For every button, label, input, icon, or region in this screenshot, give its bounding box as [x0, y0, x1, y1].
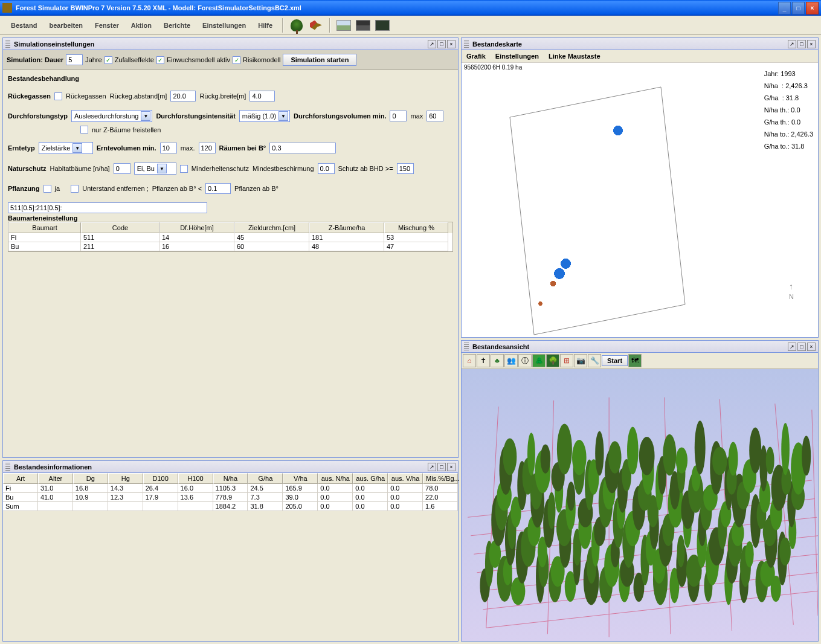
- panel-close-button[interactable]: ×: [447, 40, 456, 48]
- axe-tool-icon[interactable]: [307, 18, 324, 33]
- menu-hilfe[interactable]: Hilfe: [252, 19, 278, 31]
- random-checkbox[interactable]: ✓: [105, 56, 112, 64]
- only-z-checkbox[interactable]: [80, 126, 88, 134]
- tree-tool-icon[interactable]: [288, 18, 305, 33]
- panel-close-button[interactable]: ×: [807, 343, 816, 351]
- view-panel: Bestandesansicht ↗ □ × ⌂ ✝ ♣ 👥 ⓘ 🌲 🌳 ⊞ 📷…: [461, 340, 819, 642]
- plant-code-input[interactable]: [8, 202, 207, 213]
- menu-fenster[interactable]: Fenster: [89, 19, 125, 31]
- panel-maximize-button[interactable]: □: [437, 463, 446, 471]
- table-row[interactable]: Bu21116604847: [8, 242, 452, 251]
- panel-detach-button[interactable]: ↗: [428, 463, 436, 471]
- home-icon[interactable]: ⌂: [463, 354, 476, 367]
- panel-close-button[interactable]: ×: [447, 463, 456, 471]
- info-icon[interactable]: ⓘ: [518, 354, 532, 367]
- map-plot: [468, 81, 691, 337]
- thin-vol-max-label: max: [410, 112, 423, 120]
- tree-green-icon[interactable]: 🌲: [532, 354, 546, 367]
- ingrowth-checkbox[interactable]: ✓: [156, 56, 164, 64]
- view2-tool-icon[interactable]: [355, 18, 372, 33]
- start-simulation-button[interactable]: Simulation starten: [283, 54, 356, 66]
- svg-point-310: [557, 424, 572, 475]
- cross-icon[interactable]: ✝: [477, 354, 490, 367]
- maximize-button[interactable]: □: [792, 2, 805, 14]
- nature-label: Naturschutz: [8, 165, 47, 172]
- plant-from-input[interactable]: [205, 183, 231, 194]
- thin-type-label: Durchforstungstyp: [8, 112, 68, 120]
- wrench-icon[interactable]: 🔧: [588, 354, 601, 367]
- info-panel-title: Bestandesinformationen: [14, 463, 427, 471]
- panel-grip[interactable]: [464, 40, 469, 48]
- duration-label: Simulation: Dauer: [7, 56, 63, 63]
- panel-grip[interactable]: [464, 343, 469, 351]
- thin-type-select[interactable]: Auslesedurchforstung▼: [71, 110, 152, 122]
- menu-einstellungen[interactable]: Einstellungen: [196, 19, 252, 31]
- menu-berichte[interactable]: Berichte: [158, 19, 196, 31]
- minority-checkbox[interactable]: [180, 165, 188, 173]
- harvest-vol-min-input[interactable]: [160, 143, 177, 153]
- svg-point-180: [539, 302, 543, 306]
- view1-tool-icon[interactable]: [335, 18, 352, 33]
- grid-icon[interactable]: ⊞: [560, 354, 573, 367]
- species-table: BaumartCodeDf.Höhe[m]Zieldurchm.[cm]Z-Bä…: [8, 222, 453, 252]
- svg-point-275: [567, 482, 575, 511]
- svg-point-311: [572, 440, 587, 475]
- clear-input[interactable]: [269, 143, 336, 153]
- table-header: Df.Höhe[m]: [159, 222, 234, 233]
- habitat-input[interactable]: [114, 163, 130, 174]
- understory-checkbox[interactable]: [71, 185, 79, 193]
- panel-maximize-button[interactable]: □: [797, 343, 806, 351]
- table-row[interactable]: Fi511144518153: [8, 233, 452, 242]
- single-tree-icon[interactable]: ♣: [491, 354, 504, 367]
- map-menu-grafik[interactable]: Grafik: [466, 53, 486, 60]
- table-row[interactable]: Bu41.010.912.317.913.6778.97.339.00.00.0…: [3, 493, 458, 502]
- map-menu-einstellungen[interactable]: Einstellungen: [495, 53, 539, 60]
- plant-yes-checkbox[interactable]: [43, 185, 51, 193]
- view3-tool-icon[interactable]: [374, 18, 391, 33]
- panel-detach-button[interactable]: ↗: [428, 40, 436, 48]
- harvest-type-select[interactable]: Zielstärke▼: [39, 142, 93, 154]
- panel-detach-button[interactable]: ↗: [788, 40, 796, 48]
- panel-detach-button[interactable]: ↗: [788, 343, 796, 351]
- risk-checkbox[interactable]: ✓: [233, 56, 240, 64]
- species-heading: Baumarteneinstellung: [8, 214, 453, 222]
- map-icon[interactable]: 🗺: [628, 354, 642, 367]
- svg-point-176: [614, 126, 623, 135]
- minimize-button[interactable]: _: [778, 2, 791, 14]
- thin-int-select[interactable]: mäßig (1.0)▼: [239, 110, 290, 122]
- plant-label: Pflanzung: [8, 185, 40, 192]
- panel-grip[interactable]: [5, 463, 10, 471]
- map-menu-linke[interactable]: Linke Maustaste: [549, 53, 600, 60]
- panel-maximize-button[interactable]: □: [797, 40, 806, 48]
- people-icon[interactable]: 👥: [504, 354, 518, 367]
- panel-grip[interactable]: [5, 40, 10, 48]
- close-button[interactable]: ×: [806, 2, 819, 14]
- separator: [282, 18, 283, 33]
- habitat-label: Habitatbäume [n/ha]: [50, 165, 110, 172]
- menu-aktion[interactable]: Aktion: [125, 19, 158, 31]
- species-select[interactable]: Ei, Bu▼: [134, 163, 176, 175]
- map-canvas[interactable]: 95650200 6H 0.19 ha Jahr: 1993 N/ha : 2,…: [462, 63, 818, 337]
- table-header: D100: [143, 473, 178, 484]
- cover-input[interactable]: [318, 163, 335, 174]
- skid-dist-input[interactable]: [170, 91, 196, 101]
- svg-point-324: [802, 436, 811, 476]
- table-row[interactable]: Fi31.016.814.326.416.01105.324.5165.90.0…: [3, 484, 458, 493]
- duration-input[interactable]: [66, 54, 83, 65]
- menu-bestand[interactable]: Bestand: [5, 19, 43, 31]
- menu-bearbeiten[interactable]: bearbeiten: [43, 19, 89, 31]
- thin-vol-max-input[interactable]: [427, 111, 443, 121]
- camera-icon[interactable]: 📷: [574, 354, 587, 367]
- start-button[interactable]: Start: [602, 355, 628, 366]
- table-row[interactable]: Sum1884.231.8205.00.00.00.01.6: [3, 502, 458, 511]
- cover-label: Mindestbeschirmung: [253, 165, 314, 172]
- harvest-vol-max-input[interactable]: [199, 143, 216, 153]
- view-3d-canvas[interactable]: [462, 369, 818, 641]
- thin-vol-min-input[interactable]: [390, 111, 407, 121]
- skid-width-input[interactable]: [250, 91, 275, 101]
- panel-maximize-button[interactable]: □: [437, 40, 446, 48]
- protect-input[interactable]: [397, 163, 414, 174]
- skid-checkbox[interactable]: [54, 92, 62, 100]
- panel-close-button[interactable]: ×: [807, 40, 816, 48]
- tree-dark-icon[interactable]: 🌳: [546, 354, 559, 367]
